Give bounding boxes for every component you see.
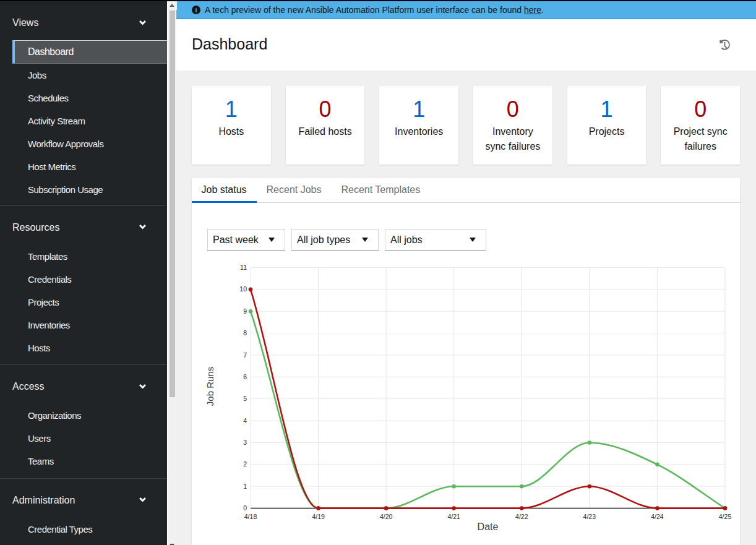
svg-text:4/19: 4/19 <box>312 513 325 520</box>
svg-text:7: 7 <box>243 351 247 359</box>
svg-text:4/25: 4/25 <box>719 513 732 520</box>
svg-text:9: 9 <box>243 307 247 315</box>
svg-text:3: 3 <box>243 439 247 446</box>
svg-text:11: 11 <box>240 264 247 271</box>
svg-text:4: 4 <box>243 417 247 424</box>
svg-text:4/22: 4/22 <box>515 513 528 520</box>
svg-text:6: 6 <box>243 373 247 380</box>
svg-text:Date: Date <box>478 521 499 532</box>
svg-text:10: 10 <box>239 285 247 293</box>
svg-text:4/20: 4/20 <box>380 513 393 520</box>
svg-text:4/23: 4/23 <box>583 513 596 520</box>
svg-text:8: 8 <box>243 329 247 337</box>
svg-text:1: 1 <box>243 483 247 490</box>
svg-text:4/18: 4/18 <box>244 513 257 520</box>
svg-text:Job Runs: Job Runs <box>205 367 215 406</box>
svg-text:4/24: 4/24 <box>651 513 664 520</box>
svg-text:4/21: 4/21 <box>447 513 460 520</box>
svg-text:5: 5 <box>243 395 247 402</box>
svg-text:2: 2 <box>243 460 247 468</box>
svg-text:0: 0 <box>243 504 247 512</box>
